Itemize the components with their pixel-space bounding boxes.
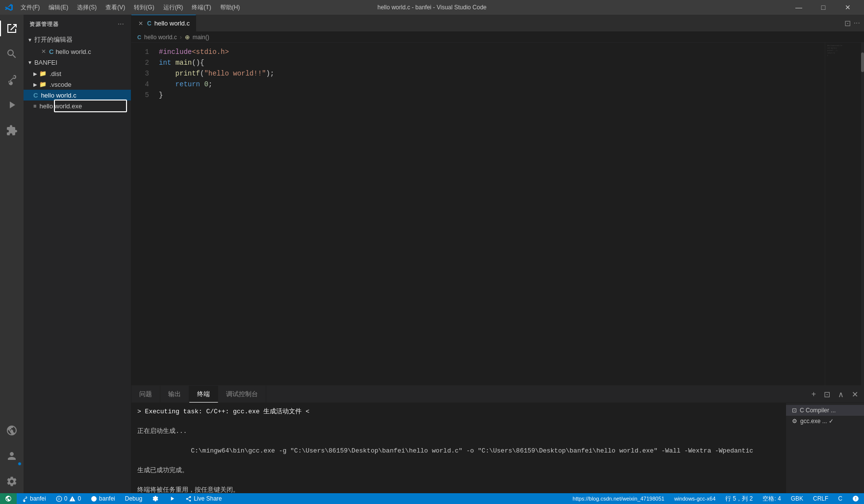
menu-goto[interactable]: 转到(G) (130, 2, 158, 13)
split-editor-icon[interactable]: ⊡ (844, 19, 851, 28)
menu-file[interactable]: 文件(F) (17, 2, 44, 13)
folder-dist-icon: 📁 (39, 70, 47, 77)
close-button[interactable]: ✕ (837, 0, 859, 15)
term-line-3: 正在启动生成... (137, 427, 780, 436)
tab-close-icon[interactable]: ✕ (137, 19, 144, 28)
status-run-button[interactable] (164, 493, 180, 504)
folder-dist-chevron: ▶ (33, 71, 37, 76)
activity-remote[interactable] (0, 419, 24, 442)
terminal-instance-icon: ⊡ (792, 407, 797, 414)
terminal-instances-panel: ⊡ C Compiler ... ⚙ gcc.exe ... ✓ (786, 403, 864, 493)
tab-terminal[interactable]: 终端 (189, 386, 218, 403)
breadcrumb-symbol[interactable]: main() (193, 34, 209, 41)
code-editor: 1 2 3 4 5 #include<stdio.h> int main(){ … (131, 43, 864, 385)
warning-count: 0 (77, 495, 81, 502)
more-actions-icon[interactable]: ··· (854, 19, 860, 27)
menu-terminal[interactable]: 终端(T) (188, 2, 215, 13)
open-editors-section[interactable]: ▼ 打开的编辑器 (24, 33, 131, 46)
status-debug[interactable]: Debug (120, 493, 147, 504)
status-banfei[interactable]: banfei (86, 493, 120, 504)
minimize-button[interactable]: — (788, 0, 810, 15)
terminal-instance-c-compiler[interactable]: ⊡ C Compiler ... (786, 405, 864, 416)
file-hello-world-c[interactable]: C hello world.c (24, 90, 131, 101)
menu-run[interactable]: 运行(R) (159, 2, 187, 13)
open-file-name: hello world.c (55, 48, 91, 55)
sidebar: 资源管理器 ··· ▼ 打开的编辑器 ✕ C hello world.c ▼ B… (24, 15, 131, 493)
status-git-branch[interactable]: banfei (17, 493, 51, 504)
code-line-2: int main(){ (159, 57, 825, 68)
line-ending-label: CRLF (813, 495, 828, 502)
terminal-instance-gcc[interactable]: ⚙ gcc.exe ... ✓ (786, 416, 864, 427)
status-settings-icon[interactable] (147, 493, 164, 504)
status-language[interactable]: C (833, 493, 847, 504)
hello-c-type-icon: C (33, 92, 38, 99)
terminal-close-button[interactable]: ✕ (850, 389, 860, 400)
activity-account[interactable] (0, 444, 24, 468)
code-content[interactable]: #include<stdio.h> int main(){ printf("he… (155, 43, 825, 385)
activity-explorer[interactable] (0, 17, 24, 40)
terminal-content[interactable]: > Executing task: C/C++: gcc.exe 生成活动文件 … (131, 403, 786, 493)
vscode-logo-icon (5, 3, 13, 11)
folder-vscode-chevron: ▶ (33, 82, 37, 87)
minimap: #include<stdio.h> int main(){ printf(...… (825, 43, 864, 385)
new-terminal-button[interactable]: + (810, 389, 818, 400)
git-branch-name: banfei (30, 495, 46, 502)
menu-view[interactable]: 查看(V) (102, 2, 129, 13)
status-liveshare[interactable]: Live Share (180, 493, 227, 504)
file-hello-world-c-name: hello world.c (41, 92, 76, 99)
file-hello-world-exe[interactable]: ≡ hello world.exe (24, 101, 131, 111)
status-extra[interactable]: windows-gcc-x64 (669, 493, 720, 504)
status-remote[interactable] (0, 493, 17, 504)
code-line-4: return 0; (159, 79, 825, 90)
close-file-icon[interactable]: ✕ (41, 48, 46, 55)
sidebar-title: 资源管理器 (29, 21, 59, 28)
maximize-button[interactable]: □ (812, 0, 835, 15)
file-hello-world-exe-wrapper: ≡ hello world.exe (24, 101, 131, 111)
status-position[interactable]: 行 5，列 2 (720, 493, 758, 504)
menu-select[interactable]: 选择(S) (73, 2, 101, 13)
sidebar-more-button[interactable]: ··· (117, 19, 125, 29)
svg-text:0: 0 (58, 497, 60, 500)
term-line-5: 生成已成功完成。 (137, 466, 780, 476)
status-feedback[interactable] (847, 493, 864, 504)
status-bar-left: banfei 0 0 0 (0, 493, 86, 504)
term-line-1: > Executing task: C/C++: gcc.exe 生成活动文件 … (137, 407, 780, 417)
editor-scrollbar[interactable] (861, 43, 864, 385)
terminal-toolbar: + ⊡ ∧ ✕ (806, 386, 864, 403)
editor-toolbar: ⊡ ··· (840, 15, 864, 31)
sidebar-header: 资源管理器 ··· (24, 15, 131, 33)
split-terminal-button[interactable]: ⊡ (822, 389, 832, 400)
term-line-7: 终端将被任务重用，按任意键关闭。 (137, 485, 780, 493)
folder-vscode[interactable]: ▶ 📁 .vscode (24, 79, 131, 90)
status-errors[interactable]: 0 0 0 (51, 493, 86, 504)
status-bar-right: https://blog.csdn.net/weixin_47198051 wi… (568, 493, 864, 504)
folder-dist[interactable]: ▶ 📁 .dist (24, 68, 131, 79)
activity-run-debug[interactable] (0, 93, 24, 117)
tab-problems[interactable]: 问题 (131, 386, 160, 403)
activity-extensions[interactable] (0, 119, 24, 142)
status-spaces[interactable]: 空格: 4 (758, 493, 786, 504)
status-url[interactable]: https://blog.csdn.net/weixin_47198051 (568, 493, 669, 504)
tab-debug-console[interactable]: 调试控制台 (218, 386, 266, 403)
open-file-hello-world-c[interactable]: ✕ C hello world.c (24, 46, 131, 57)
project-section[interactable]: ▼ BANFEI (24, 57, 131, 68)
code-line-3: printf("hello world!!"); (159, 68, 825, 79)
tab-hello-world-c[interactable]: ✕ C hello world.c (131, 15, 196, 31)
status-encoding[interactable]: GBK (786, 493, 808, 504)
tab-output[interactable]: 输出 (160, 386, 189, 403)
activity-source-control[interactable] (0, 68, 24, 91)
menu-edit[interactable]: 编辑(E) (45, 2, 72, 13)
liveshare-label: Live Share (194, 495, 222, 502)
debug-label: Debug (125, 495, 142, 502)
language-label: C (838, 495, 842, 502)
breadcrumb: C hello world.c › ⊕ main() (131, 32, 864, 43)
breadcrumb-file[interactable]: hello world.c (144, 34, 177, 41)
activity-settings[interactable] (0, 470, 24, 493)
activity-search[interactable] (0, 42, 24, 66)
status-line-ending[interactable]: CRLF (808, 493, 833, 504)
terminal-maximize-button[interactable]: ∧ (836, 389, 846, 400)
main-layout: 资源管理器 ··· ▼ 打开的编辑器 ✕ C hello world.c ▼ B… (0, 15, 864, 493)
menu-help[interactable]: 帮助(H) (216, 2, 244, 13)
status-bar: banfei 0 0 0 banfei Debug Live Share htt… (0, 493, 864, 504)
scrollbar-thumb[interactable] (861, 52, 864, 72)
